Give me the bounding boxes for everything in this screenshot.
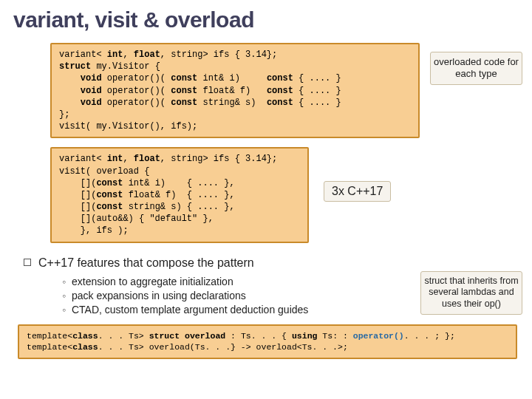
code-block-2: variant< int, float, string> ifs { 3.14}… — [50, 147, 309, 242]
slide-title: variant, visit & overload — [13, 7, 519, 33]
bullets-row: extension to aggregate initialization pa… — [50, 276, 519, 316]
bullet-square-icon — [24, 259, 31, 266]
callout-overloaded: overloaded code for each type — [430, 52, 522, 85]
code-block-1: variant< int, float, string> ifs { 3.14}… — [50, 43, 420, 138]
code-block-2-row: variant< int, float, string> ifs { 3.14}… — [50, 147, 519, 242]
callout-cpp17: 3x C++17 — [324, 181, 391, 202]
callout-struct-inherits: struct that inherits from several lambda… — [420, 271, 522, 315]
code-block-1-row: variant< int, float, string> ifs { 3.14}… — [50, 43, 519, 138]
code-block-3: template<class. . . Ts> struct overload … — [18, 324, 517, 359]
section-heading: C++17 features that compose the pattern — [24, 256, 519, 270]
